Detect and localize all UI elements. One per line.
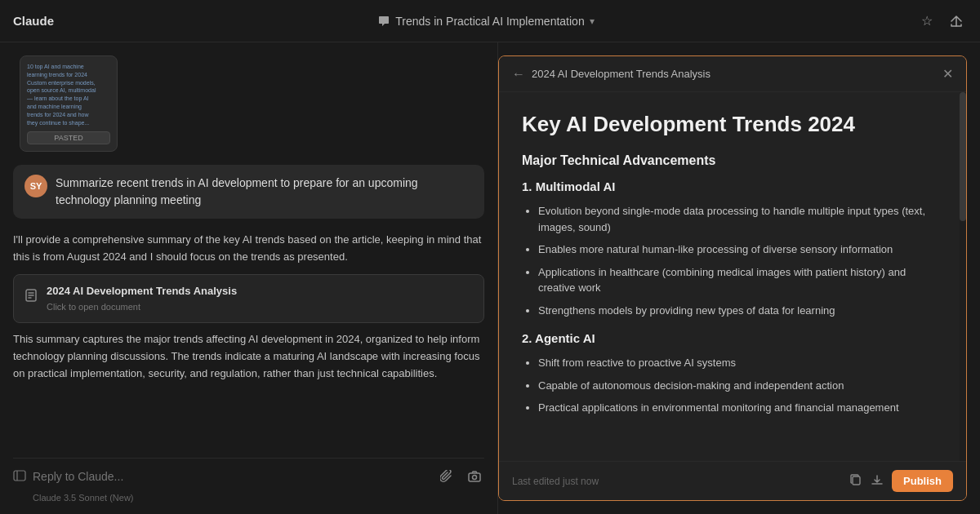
conversation-title-area[interactable]: Trends in Practical AI Implementation ▾: [377, 15, 594, 28]
ai-response-intro: I'll provide a comprehensive summary of …: [13, 232, 484, 266]
doc-link-info: 2024 AI Development Trends Analysis Clic…: [47, 283, 237, 314]
paperclip-icon: [440, 470, 453, 483]
list-item: Shift from reactive to proactive AI syst…: [538, 355, 943, 371]
pasted-doc-preview: 10 top AI and machine learning trends fo…: [27, 63, 110, 126]
attach-button[interactable]: [437, 467, 457, 486]
share-icon: [949, 14, 964, 29]
list-item: Practical applications in environmental …: [538, 400, 943, 416]
copy-button[interactable]: [849, 473, 862, 490]
publish-button[interactable]: Publish: [892, 470, 953, 492]
download-icon: [871, 473, 884, 486]
svg-point-3: [473, 476, 477, 480]
chat-input-icons: [437, 467, 484, 486]
star-icon: ☆: [921, 13, 933, 29]
topbar: Claude Trends in Practical AI Implementa…: [0, 0, 980, 42]
main-layout: 10 top AI and machine learning trends fo…: [0, 42, 980, 514]
list-item: Evolution beyond single-mode data proces…: [538, 203, 943, 235]
copy-icon: [849, 473, 862, 486]
ai-response-summary: This summary captures the major trends a…: [13, 331, 484, 382]
doc-close-button[interactable]: ✕: [942, 66, 953, 82]
doc-link-icon: [24, 288, 38, 309]
app-title: Claude: [13, 14, 54, 28]
svg-rect-1: [14, 471, 25, 481]
camera-icon: [468, 470, 481, 483]
pasted-document-card[interactable]: 10 top AI and machine learning trends fo…: [20, 55, 118, 152]
svg-rect-2: [469, 473, 480, 481]
doc-link-title: 2024 AI Development Trends Analysis: [47, 283, 237, 300]
close-icon: ✕: [942, 67, 953, 81]
chat-input-row: [13, 467, 484, 486]
chat-messages: 10 top AI and machine learning trends fo…: [13, 55, 484, 458]
list-item: Capable of autonomous decision-making an…: [538, 378, 943, 394]
conversation-title: Trends in Practical AI Implementation: [395, 15, 584, 28]
doc-footer: Last edited just now Publ: [499, 461, 966, 500]
doc-header-left: ← 2024 AI Development Trends Analysis: [512, 67, 710, 82]
chat-input[interactable]: [33, 467, 430, 486]
doc-back-button[interactable]: ←: [512, 67, 525, 82]
svg-rect-4: [853, 476, 860, 485]
doc-subsection2-title: 2. Agentic AI: [522, 331, 943, 345]
user-avatar: SY: [24, 175, 47, 197]
doc-footer-actions: Publish: [849, 470, 953, 492]
doc-main-title: Key AI Development Trends 2024: [522, 112, 943, 137]
doc-panel-title: 2024 AI Development Trends Analysis: [532, 68, 710, 80]
doc-link-card[interactable]: 2024 AI Development Trends Analysis Clic…: [13, 274, 484, 323]
user-message: SY Summarize recent trends in AI develop…: [13, 165, 484, 219]
list-item: Strengthens models by providing new type…: [538, 303, 943, 319]
doc-subsection1-bullets: Evolution beyond single-mode data proces…: [522, 203, 943, 318]
chat-bubble-icon: [377, 15, 390, 28]
star-button[interactable]: ☆: [918, 10, 936, 32]
doc-link-subtitle: Click to open document: [47, 300, 237, 315]
doc-subsection1-title: 1. Multimodal AI: [522, 179, 943, 193]
ai-response: I'll provide a comprehensive summary of …: [13, 232, 484, 382]
camera-button[interactable]: [465, 467, 484, 486]
document-panel: ← 2024 AI Development Trends Analysis ✕ …: [498, 55, 967, 501]
list-item: Applications in healthcare (combining me…: [538, 264, 943, 296]
doc-content: Key AI Development Trends 2024 Major Tec…: [499, 92, 966, 449]
last-edited-label: Last edited just now: [512, 476, 599, 487]
pasted-badge: PASTED: [27, 131, 110, 144]
dropdown-chevron: ▾: [590, 16, 595, 27]
list-item: Enables more natural human-like processi…: [538, 241, 943, 258]
topbar-right: ☆: [918, 10, 967, 32]
scrollbar-track[interactable]: [960, 92, 966, 461]
download-button[interactable]: [871, 473, 884, 490]
chat-panel: 10 top AI and machine learning trends fo…: [0, 42, 498, 514]
user-message-text: Summarize recent trends in AI developmen…: [56, 175, 473, 209]
scrollbar-thumb: [960, 92, 966, 221]
doc-content-wrapper: Key AI Development Trends 2024 Major Tec…: [499, 92, 966, 461]
topbar-left: Claude: [13, 14, 54, 28]
doc-panel-header: ← 2024 AI Development Trends Analysis ✕: [499, 56, 966, 92]
doc-section-title: Major Technical Advancements: [522, 153, 943, 168]
chat-input-area: Claude 3.5 Sonnet (New): [13, 458, 484, 514]
doc-subsection2-bullets: Shift from reactive to proactive AI syst…: [522, 355, 943, 416]
sidebar-toggle[interactable]: [13, 469, 26, 485]
model-label: Claude 3.5 Sonnet (New): [13, 493, 484, 504]
share-button[interactable]: [946, 11, 967, 32]
back-arrow-icon: ←: [512, 67, 525, 81]
